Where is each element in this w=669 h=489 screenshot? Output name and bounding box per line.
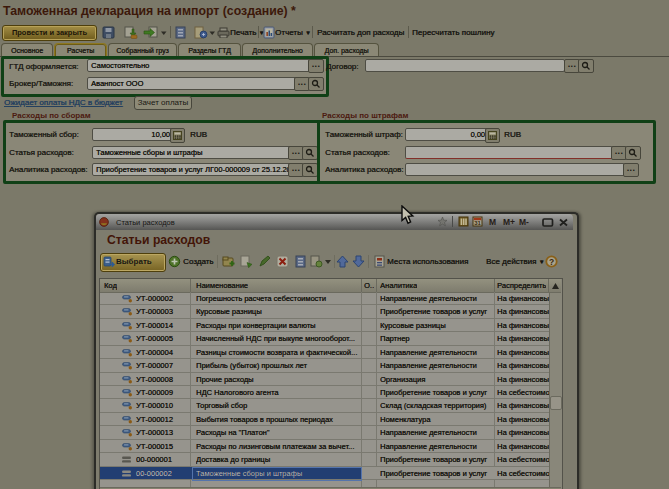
svg-text:31: 31 xyxy=(474,220,481,226)
svg-text:?: ? xyxy=(549,257,554,267)
